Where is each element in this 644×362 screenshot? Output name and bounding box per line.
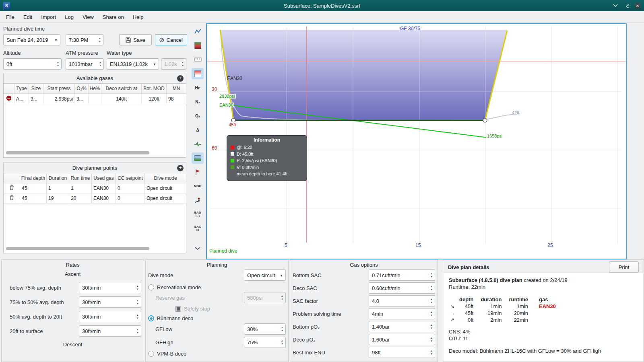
pt-final-depth[interactable]: 45 [20,183,47,193]
spin-up-icon[interactable]: ▴ [431,323,432,327]
toggle-po2-button[interactable]: O₂ [192,110,204,121]
col-start-press[interactable]: Start press [43,84,75,94]
sac-button[interactable]: SAC≡Θ [192,223,204,234]
toggle-phe-button[interactable]: He [192,82,204,93]
pt-run-time[interactable]: 20 [69,193,92,204]
spin-up-icon[interactable]: ▴ [137,299,138,302]
gas-bot-mod[interactable]: 120ft [142,94,167,104]
spinner-arrows-icon[interactable]: ▴▾ [428,336,435,343]
spinner-arrows-icon[interactable]: ▴▾ [97,61,103,67]
spinner-arrows-icon[interactable]: ▴▾ [279,326,285,332]
gases-hscrollbar[interactable] [6,151,149,154]
spin-down-icon[interactable]: ▾ [431,314,432,317]
gas-row[interactable]: A... 3... 2,938psi 3... 140ft 120ft 98 [4,94,186,104]
menu-import[interactable]: Import [37,12,60,22]
col-duration[interactable]: Duration [47,173,69,183]
spinner-arrows-icon[interactable]: ▴▾ [428,323,435,330]
menu-file[interactable]: File [2,12,19,22]
spinner-arrows-icon[interactable]: ▴▾ [134,328,141,334]
pt-dive-mode[interactable]: Open circuit [145,193,186,204]
spinner-arrows-icon[interactable]: ▴▾ [279,339,285,346]
titlebar[interactable]: S Subsurface: SampleDivesV2.ssrf ✕ [0,0,644,11]
spin-down-icon[interactable]: ▾ [431,352,432,356]
toggle-pn2-button[interactable]: N₂ [192,96,204,107]
spinner-arrows-icon[interactable]: ▴▾ [428,349,435,356]
spinner-arrows-icon[interactable]: ▴▾ [134,313,141,320]
menu-edit[interactable]: Edit [19,12,37,22]
spinner-arrows-icon[interactable]: ▴▾ [428,285,435,291]
print-button[interactable]: Print [609,261,639,273]
menu-view[interactable]: View [78,12,98,22]
pt-final-depth[interactable]: 45 [20,193,47,204]
spinner-arrows-icon[interactable]: ▴▾ [428,298,435,304]
maximize-icon[interactable] [623,2,630,9]
delete-point-icon[interactable] [9,195,14,200]
col-bot-mod[interactable]: Bot. MOD [142,84,167,94]
pt-used-gas[interactable]: EAN30 [92,183,116,193]
dive-date-select[interactable]: Sun Feb 24, 2019 ▾ [3,34,60,45]
spinner-arrows-icon[interactable]: ▴▾ [134,284,141,291]
rate-50to20-field[interactable]: 30ft/min▴▾ [79,311,141,322]
spin-up-icon[interactable]: ▴ [431,336,432,339]
buhlmann-deco-radio[interactable] [148,315,154,321]
pt-dive-mode[interactable]: Open circuit [145,183,186,193]
gas-size[interactable]: 3... [29,94,43,104]
spin-down-icon[interactable]: ▾ [137,331,138,334]
points-hscrollbar[interactable] [6,247,149,250]
spin-up-icon[interactable]: ▴ [431,285,432,288]
best-mix-end-field[interactable]: 98ft▴▾ [369,347,435,358]
spin-down-icon[interactable]: ▾ [137,288,138,291]
mod-button[interactable]: MOD [192,181,204,192]
chevron-down-icon[interactable]: ▾ [52,38,60,42]
recreational-mode-radio[interactable] [148,284,154,290]
spinner-arrows-icon[interactable]: ▴▾ [428,272,435,278]
heartrate-button[interactable] [192,138,204,150]
gas-start-press[interactable]: 2,938psi [43,94,75,104]
ndl-tts-button[interactable] [192,195,204,206]
pt-used-gas[interactable]: EAN30 [92,193,116,204]
problem-time-field[interactable]: 4min▴▾ [369,308,435,319]
spin-down-icon[interactable]: ▾ [281,329,283,332]
spin-up-icon[interactable]: ▴ [137,313,138,317]
spin-down-icon[interactable]: ▾ [281,342,283,346]
spin-up-icon[interactable]: ▴ [431,349,432,352]
spin-down-icon[interactable]: ▾ [431,301,432,304]
menu-log[interactable]: Log [60,12,78,22]
dc-ceiling-button[interactable] [192,40,204,51]
col-final-depth[interactable]: Final depth [20,173,47,183]
spin-down-icon[interactable]: ▾ [431,327,432,330]
gas-type[interactable]: A... [14,94,29,104]
chevron-down-icon[interactable]: ▾ [151,62,159,66]
col-dive-mode[interactable]: Dive mode [145,173,186,183]
profile-scale-button[interactable] [192,26,204,37]
spin-up-icon[interactable]: ▴ [99,61,101,64]
col-type[interactable]: Type [14,84,29,94]
bottom-sac-field[interactable]: 0.71cuft/min▴▾ [369,269,435,281]
spin-down-icon[interactable]: ▾ [431,288,432,291]
deco-po2-field[interactable]: 1.60bar▴▾ [369,334,435,345]
planner-point-handle[interactable] [483,118,487,122]
col-used-gas[interactable]: Used gas [92,173,116,183]
delete-gas-icon[interactable] [6,95,12,101]
col-size[interactable]: Size [29,84,43,94]
rate-75to50-field[interactable]: 30ft/min▴▾ [79,296,141,308]
atm-pressure-field[interactable]: 1013mbar ▴▾ [66,58,104,70]
pt-duration[interactable]: 1 [47,183,69,193]
spin-down-icon[interactable]: ▾ [137,302,138,305]
add-point-button[interactable]: + [177,165,184,171]
gas-mnd[interactable]: 98 [167,94,186,104]
dive-mode-select[interactable]: Open circuit▾ [244,269,286,281]
delete-point-icon[interactable] [9,185,14,190]
point-row[interactable]: 45 1 1 EAN30 0 Open circuit [4,183,186,193]
altitude-field[interactable]: 0ft ▴▾ [3,58,62,70]
spin-up-icon[interactable]: ▴ [281,326,283,329]
spin-down-icon[interactable]: ▾ [99,64,101,67]
water-type-select[interactable]: EN13319 (1.02k ▾ [107,58,159,70]
dive-time-field[interactable]: 7:38 PM ▴▾ [66,34,103,45]
toggle-air-button[interactable]: Δ [192,124,204,136]
spin-down-icon[interactable]: ▾ [99,40,101,43]
gfhigh-field[interactable]: 75%▴▾ [244,337,286,348]
spinner-arrows-icon[interactable]: ▴▾ [96,37,103,43]
gas-o2[interactable]: 3... [75,94,89,104]
chevron-down-icon[interactable]: ▾ [277,273,285,278]
